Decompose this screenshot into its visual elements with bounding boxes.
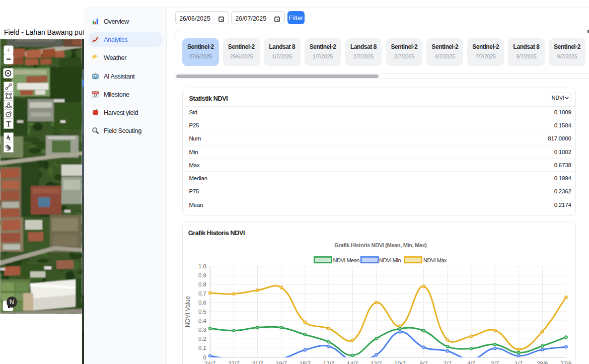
svg-text:NDVI Mean: NDVI Mean	[333, 257, 360, 263]
svg-text:Grafik Historis NDVI (Mean, Mi: Grafik Historis NDVI (Mean, Min, Max)	[334, 242, 427, 248]
svg-text:29/6: 29/6	[537, 360, 548, 364]
svg-text:NDVI Min: NDVI Min	[379, 257, 401, 263]
svg-text:21/7: 21/7	[252, 360, 263, 364]
svg-text:1.0: 1.0	[198, 263, 206, 269]
svg-text:4/7: 4/7	[467, 360, 475, 364]
svg-text:14/7: 14/7	[347, 360, 358, 364]
svg-text:24/7: 24/7	[204, 360, 215, 364]
svg-text:2/7: 2/7	[491, 360, 499, 364]
svg-text:0: 0	[203, 354, 206, 360]
svg-text:27/6: 27/6	[560, 360, 571, 364]
svg-text:0.5: 0.5	[198, 309, 206, 315]
svg-text:1/7: 1/7	[514, 360, 523, 364]
svg-text:NDVI Value: NDVI Value	[184, 296, 191, 327]
svg-text:17/7: 17/7	[323, 360, 334, 364]
svg-text:7/7: 7/7	[444, 360, 452, 364]
svg-text:19/7: 19/7	[276, 360, 287, 364]
svg-text:NDVI Max: NDVI Max	[423, 257, 447, 263]
svg-text:0.4: 0.4	[198, 318, 207, 324]
svg-text:0.7: 0.7	[198, 290, 206, 297]
svg-text:0.3: 0.3	[198, 327, 206, 333]
svg-text:12/7: 12/7	[371, 360, 382, 364]
svg-text:22/7: 22/7	[228, 360, 239, 364]
svg-text:18/7: 18/7	[300, 360, 311, 364]
svg-text:0.6: 0.6	[198, 300, 206, 306]
svg-text:9/7: 9/7	[420, 360, 428, 364]
svg-text:0.2: 0.2	[198, 336, 206, 342]
svg-text:10/7: 10/7	[394, 360, 405, 364]
svg-text:0.8: 0.8	[198, 281, 206, 287]
svg-text:0.9: 0.9	[198, 272, 206, 278]
svg-text:0.1: 0.1	[198, 345, 206, 351]
